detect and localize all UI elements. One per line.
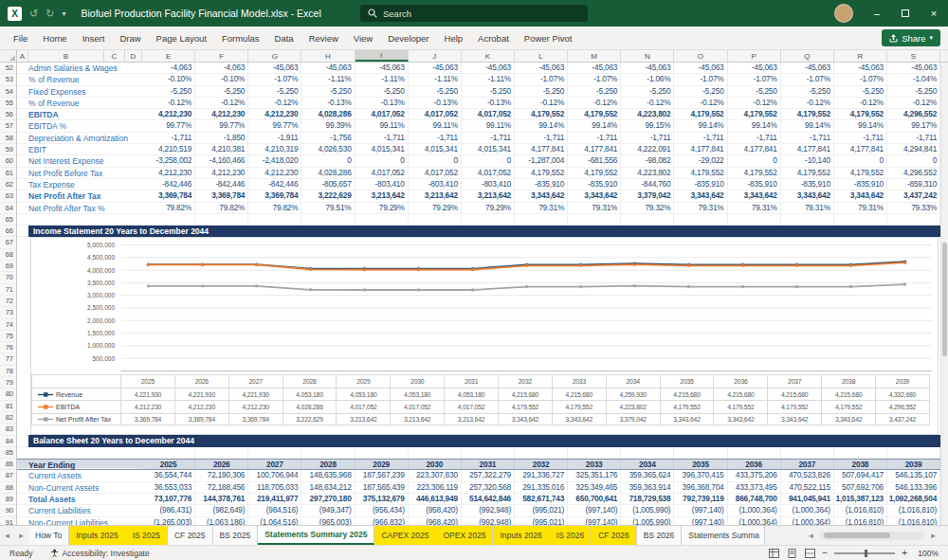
zoom-slider[interactable]	[834, 552, 895, 554]
cell[interactable]: (997,140)	[674, 505, 727, 516]
cell[interactable]: 148,634,212	[301, 482, 355, 494]
ribbon-tab-power-pivot[interactable]: Power Pivot	[517, 27, 580, 49]
cell[interactable]: 0	[462, 155, 515, 167]
page-layout-view-icon[interactable]	[786, 548, 797, 558]
cell[interactable]: 2038	[834, 460, 887, 469]
cell[interactable]: (956,434)	[356, 505, 409, 516]
cell[interactable]: 2029	[356, 460, 409, 469]
cell[interactable]: (992,948)	[462, 517, 515, 525]
cell[interactable]: 0	[356, 155, 409, 167]
cell[interactable]: 4,210,319	[248, 144, 301, 155]
cell[interactable]: 187,565,439	[356, 482, 409, 494]
cell[interactable]	[356, 447, 409, 459]
cell[interactable]	[621, 214, 674, 226]
sheet-tab-inputs-2025[interactable]: Inputs 2025	[69, 526, 125, 545]
cell[interactable]: -5,250	[781, 86, 834, 98]
page-break-view-icon[interactable]	[804, 548, 815, 558]
row-number[interactable]: 62	[0, 179, 16, 190]
column-header-C[interactable]: C	[104, 50, 125, 62]
cell[interactable]: 3,343,642	[568, 190, 621, 202]
row-label[interactable]: Net Profit After Tax %	[28, 203, 142, 214]
cell[interactable]: -835,910	[515, 179, 568, 190]
cell[interactable]	[17, 168, 28, 179]
cell[interactable]: -1,711	[834, 133, 887, 144]
cell[interactable]	[462, 447, 515, 459]
row-number[interactable]: 54	[0, 86, 16, 98]
cell[interactable]: -45,063	[515, 63, 568, 74]
cell[interactable]: -5,250	[674, 86, 727, 98]
cell[interactable]: -0.12%	[195, 98, 248, 109]
cell[interactable]: -45,063	[568, 63, 621, 74]
zoom-in-icon[interactable]: +	[902, 548, 907, 558]
row-number[interactable]: 81	[0, 401, 16, 412]
column-header-A[interactable]: A	[17, 50, 28, 62]
column-header-S[interactable]: S	[887, 50, 940, 62]
cell[interactable]: 4,223,802	[621, 109, 674, 120]
cell[interactable]: 79.31%	[728, 203, 781, 214]
row-label[interactable]: Tax Expense	[28, 179, 142, 190]
cell[interactable]: -0.13%	[301, 98, 355, 109]
cell[interactable]: -1,711	[515, 133, 568, 144]
row-number[interactable]: 82	[0, 412, 16, 424]
cell[interactable]: -835,910	[728, 179, 781, 190]
cell[interactable]: 118,705,033	[248, 482, 301, 494]
cell[interactable]: 223,306,119	[409, 482, 462, 494]
cell[interactable]: 718,729,538	[621, 494, 674, 505]
row-number[interactable]: 87	[0, 470, 16, 481]
cell[interactable]	[17, 470, 28, 481]
cell[interactable]: 79.31%	[834, 203, 887, 214]
cell[interactable]	[301, 214, 355, 226]
sheet-tab-opex-2025[interactable]: OPEX 2025	[436, 526, 493, 545]
ribbon-tab-formulas[interactable]: Formulas	[214, 27, 267, 49]
cell[interactable]: 2037	[781, 460, 834, 469]
row-number[interactable]: 69	[0, 261, 16, 272]
cell[interactable]: 79.82%	[195, 203, 248, 214]
cell[interactable]: 4,179,552	[781, 168, 834, 179]
cell[interactable]: (1,000,364)	[728, 505, 781, 516]
restore-button[interactable]	[891, 0, 920, 27]
cell[interactable]: 4,179,552	[515, 168, 568, 179]
row-label[interactable]: Admin Salaries & Wages	[28, 63, 142, 74]
cell[interactable]: -1.07%	[834, 74, 887, 85]
cell[interactable]: 4,296,552	[887, 109, 940, 120]
row-number[interactable]: 89	[0, 494, 16, 505]
cell[interactable]: -1,911	[248, 133, 301, 144]
sheet-tab-how-to[interactable]: How To	[28, 526, 69, 545]
cell[interactable]: 4,212,230	[195, 168, 248, 179]
cell[interactable]: (1,016,810)	[834, 505, 887, 516]
cell[interactable]: 2039	[887, 460, 940, 469]
cell[interactable]: -5,250	[301, 86, 355, 98]
cell[interactable]: 99.77%	[195, 120, 248, 132]
cell[interactable]: -0.13%	[356, 98, 409, 109]
cell[interactable]: -1.04%	[887, 74, 940, 85]
cell[interactable]: 2032	[515, 460, 568, 469]
cell[interactable]: -45,063	[248, 63, 301, 74]
cell[interactable]: -1.07%	[248, 74, 301, 85]
cell[interactable]	[17, 179, 28, 190]
row-number[interactable]: 55	[0, 98, 16, 109]
column-header-D[interactable]: D	[125, 50, 142, 62]
sheet-tab-statements-summa[interactable]: Statements Summa	[682, 526, 765, 545]
cell[interactable]: 3,379,042	[621, 190, 674, 202]
sheet-tab-cf-2025[interactable]: CF 2025	[168, 526, 213, 545]
cell[interactable]: -5,250	[621, 86, 674, 98]
cell[interactable]: 257,320,568	[462, 482, 515, 494]
cell[interactable]: (997,140)	[568, 517, 621, 525]
ribbon-tab-page-layout[interactable]: Page Layout	[149, 27, 214, 49]
cell[interactable]: -1,756	[301, 133, 355, 144]
hscroll-left-icon[interactable]: ◂	[804, 531, 818, 540]
hscroll-thumb[interactable]	[824, 533, 890, 538]
cell[interactable]: -5,250	[887, 86, 940, 98]
cell[interactable]: -0.12%	[674, 98, 727, 109]
cell[interactable]: 148,635,968	[301, 470, 355, 481]
cell[interactable]	[248, 214, 301, 226]
cell[interactable]: 4,017,052	[409, 168, 462, 179]
column-header-O[interactable]: O	[674, 50, 727, 62]
cell[interactable]: 3,222,629	[301, 190, 355, 202]
cell[interactable]: 4,015,341	[356, 144, 409, 155]
hscroll-track[interactable]	[820, 532, 924, 540]
row-number[interactable]: 61	[0, 168, 16, 179]
row-number[interactable]: 91	[0, 517, 16, 525]
zoom-slider-thumb[interactable]	[865, 550, 867, 557]
cell[interactable]: 2025	[142, 460, 195, 469]
